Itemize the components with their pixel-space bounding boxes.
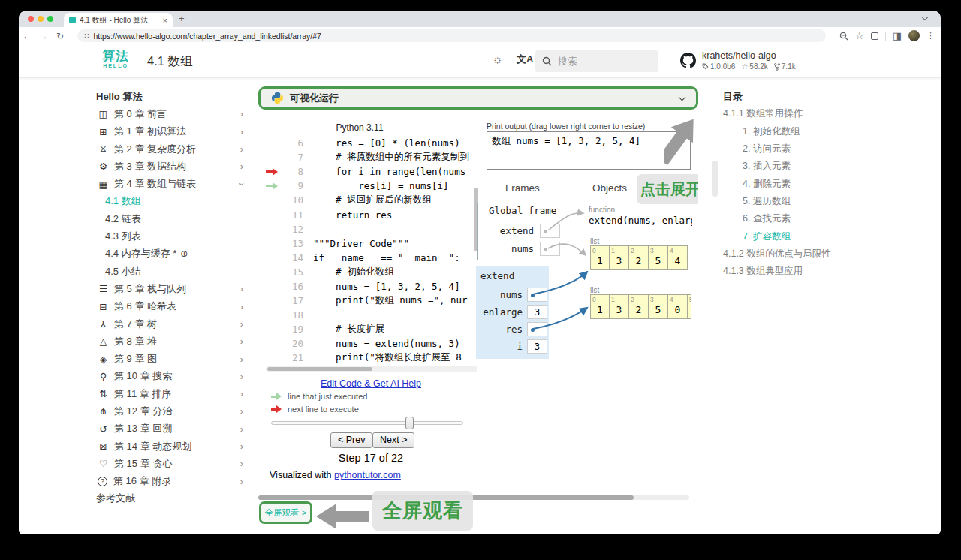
tab-close-icon[interactable]: × — [163, 16, 167, 25]
print-output-box[interactable]: 数组 nums = [1, 3, 2, 5, 4] — [487, 131, 691, 170]
tab-search-chevron-icon[interactable] — [922, 14, 928, 20]
site-header: 算法 HELLO 4.1 数组 ☼ 文A 搜索 krahets/hello-al… — [19, 44, 941, 78]
toc-item[interactable]: 6. 查找元素 — [723, 210, 877, 227]
fullscreen-link[interactable]: 全屏观看 > — [265, 507, 307, 519]
sidebar-item-label: 第 15 章 贪心 — [114, 457, 172, 471]
expand-callout: 点击展开 — [637, 174, 698, 204]
sidebar-item-label: 第 9 章 图 — [114, 352, 157, 366]
traffic-lights[interactable] — [28, 16, 53, 22]
sidebar-item[interactable]: ⧖第 2 章 复杂度分析› — [96, 140, 246, 158]
tree-icon: ⅄ — [98, 318, 109, 330]
sidebar-item-label: 第 6 章 哈希表 — [114, 300, 176, 313]
sidebar-item[interactable]: ⚙第 3 章 数据结构› — [96, 158, 246, 175]
language-icon[interactable]: 文A — [517, 53, 533, 66]
sidebar-item-label: 第 3 章 数据结构 — [114, 160, 186, 173]
code-line: 12 — [264, 222, 477, 236]
sidebar-item[interactable]: 4.2 链表 — [96, 210, 246, 227]
side-panel-icon[interactable]: ◨ — [893, 31, 902, 41]
code-line: 11 return res — [264, 207, 477, 221]
site-logo[interactable]: 算法 HELLO — [98, 50, 134, 73]
divider — [885, 32, 886, 41]
sidebar-item[interactable]: 4.4 内存与缓存 *⊕ — [96, 245, 246, 263]
search-input[interactable]: 搜索 — [535, 50, 658, 72]
toc-item[interactable]: 7. 扩容数组 — [723, 227, 877, 245]
sidebar-item[interactable]: ⊟第 6 章 哈希表› — [96, 298, 246, 315]
pythontutor-link[interactable]: pythontutor.com — [334, 470, 401, 480]
sidebar-item[interactable]: 4.1 数组 — [96, 193, 246, 210]
code-hscrollbar[interactable] — [266, 366, 477, 372]
toc-item[interactable]: 3. 插入元素 — [723, 158, 877, 175]
step-slider-handle[interactable] — [405, 417, 414, 429]
list-cell: 22 — [629, 245, 649, 270]
sidebar-item[interactable]: 4.3 列表 — [96, 227, 246, 245]
sidebar-item[interactable]: ▦第 4 章 数组与链表› — [96, 175, 246, 192]
code-line: 10 # 返回扩展后的新数组 — [264, 193, 477, 207]
code-line: 21 print("将数组长度扩展至 8 — [264, 351, 477, 365]
sidebar-item-label: 第 4 章 数组与链表 — [114, 177, 196, 191]
list-object-nums: 0113223544 — [590, 245, 689, 270]
forward-icon[interactable]: → — [35, 31, 52, 41]
chevron-down-icon[interactable] — [679, 93, 686, 101]
toc-item[interactable]: 4.1.3 数组典型应用 — [723, 263, 877, 280]
extensions-icon[interactable] — [871, 32, 878, 40]
reload-icon[interactable]: ↻ — [52, 31, 68, 41]
sidebar-item[interactable]: ⇅第 11 章 排序› — [96, 385, 246, 402]
toc-item[interactable]: 4.1.2 数组的优点与局限性 — [723, 245, 877, 263]
sidebar-item[interactable]: △第 8 章 堆› — [96, 333, 246, 350]
prev-button[interactable]: < Prev — [330, 432, 372, 448]
sidebar-item[interactable]: ♡第 15 章 贪心› — [96, 455, 246, 472]
sidebar-item-references[interactable]: 参考文献 — [96, 490, 246, 507]
sidebar-item[interactable]: ⅄第 7 章 树› — [96, 315, 246, 333]
browser-tab[interactable]: 4.1 数组 - Hello 算法 × — [64, 13, 173, 27]
chevron-right-icon: › — [240, 441, 243, 452]
maximize-window-button[interactable] — [47, 16, 53, 22]
sidebar-item[interactable]: ↺第 13 章 回溯› — [96, 420, 246, 438]
zoom-icon[interactable] — [839, 32, 848, 41]
theme-toggle-icon[interactable]: ☼ — [493, 53, 503, 65]
frame-variable: enlarge3 — [480, 303, 549, 321]
profile-avatar[interactable] — [908, 30, 920, 41]
function-type-label: function — [589, 206, 615, 214]
frame-variable: nums — [478, 239, 565, 257]
iframe-hscrollbar[interactable] — [258, 495, 689, 500]
sidebar-item-label: 第 13 章 回溯 — [114, 422, 172, 435]
list-type-label: list — [590, 286, 599, 294]
heap-icon: △ — [98, 336, 109, 347]
next-button[interactable]: Next > — [372, 432, 414, 448]
github-repo-link[interactable]: krahets/hello-algo 1.0.0b6 ☆58.2k 7.1k — [680, 50, 796, 71]
tab-title: 4.1 数组 - Hello 算法 — [80, 15, 159, 26]
toc-item[interactable]: 4. 删除元素 — [723, 175, 877, 192]
new-tab-button[interactable]: + — [179, 13, 185, 24]
sidebar-item[interactable]: 4.5 小结 — [96, 263, 246, 280]
edit-code-link[interactable]: Edit Code & Get AI Help — [288, 378, 453, 389]
sidebar-item[interactable]: ⋔第 12 章 分治› — [96, 402, 246, 420]
sidebar-item[interactable]: ☰第 5 章 栈与队列› — [96, 280, 246, 297]
toc-item[interactable]: 5. 遍历数组 — [723, 193, 877, 210]
python-version: Python 3.11 — [300, 122, 420, 133]
sidebar-item[interactable]: ?第 16 章 附录› — [96, 473, 246, 490]
visual-run-details[interactable]: 可视化运行 — [263, 91, 694, 105]
sidebar-item[interactable]: ⚲第 10 章 搜索› — [96, 368, 246, 385]
minimize-window-button[interactable] — [38, 16, 44, 22]
bookmark-star-icon[interactable]: ☆ — [855, 31, 864, 41]
toc-item[interactable]: 2. 访问元素 — [723, 140, 877, 158]
sidebar-item[interactable]: ⊠第 14 章 动态规划› — [96, 438, 246, 455]
toc-item[interactable]: 1. 初始化数组 — [723, 123, 877, 140]
close-window-button[interactable] — [28, 16, 34, 22]
scrollbar-thumb[interactable] — [712, 161, 718, 197]
back-icon[interactable]: ← — [19, 31, 35, 41]
toc-item[interactable]: 4.1.1 数组常用操作 — [723, 105, 877, 122]
site-info-icon[interactable]: ∷ — [84, 32, 89, 40]
pointer-dot — [544, 230, 547, 233]
list-object-res: 011322354050 — [590, 294, 691, 319]
sidebar-item[interactable]: ◈第 9 章 图› — [96, 350, 246, 367]
sidebar-item[interactable]: ⊞第 1 章 初识算法› — [96, 123, 246, 140]
list-cell: 01 — [590, 294, 610, 319]
step-slider[interactable] — [271, 421, 463, 425]
browser-menu-icon[interactable]: ⋮ — [926, 32, 935, 40]
chevron-right-icon: › — [240, 476, 243, 487]
search-chapter-icon: ⚲ — [98, 371, 109, 382]
sidebar-item[interactable]: ◫第 0 章 前言› — [96, 105, 246, 122]
address-field[interactable]: ∷ https://www.hello-algo.com/chapter_arr… — [77, 29, 826, 42]
list-cell: 35 — [649, 294, 668, 319]
